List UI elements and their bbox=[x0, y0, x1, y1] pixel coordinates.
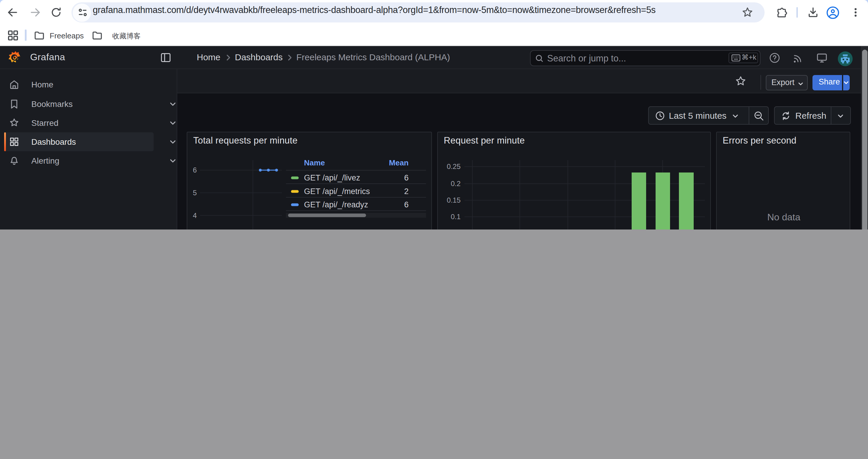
svg-text:6: 6 bbox=[404, 200, 409, 209]
svg-text:4: 4 bbox=[193, 211, 197, 220]
svg-text:6: 6 bbox=[193, 166, 197, 174]
svg-text:GET /api/_/readyz: GET /api/_/readyz bbox=[304, 200, 368, 209]
svg-text:Mean: Mean bbox=[389, 158, 409, 167]
svg-text:2: 2 bbox=[404, 187, 409, 196]
svg-text:6: 6 bbox=[404, 173, 409, 182]
svg-text:Name: Name bbox=[304, 158, 325, 167]
svg-text:0.25: 0.25 bbox=[447, 162, 461, 170]
svg-text:GET /api/_/metrics: GET /api/_/metrics bbox=[304, 187, 370, 196]
svg-text:0.1: 0.1 bbox=[451, 213, 461, 221]
svg-text:5: 5 bbox=[193, 189, 197, 197]
svg-text:GET /api/_/livez: GET /api/_/livez bbox=[304, 173, 360, 182]
svg-text:0.15: 0.15 bbox=[447, 196, 461, 204]
svg-text:0.2: 0.2 bbox=[451, 179, 461, 188]
